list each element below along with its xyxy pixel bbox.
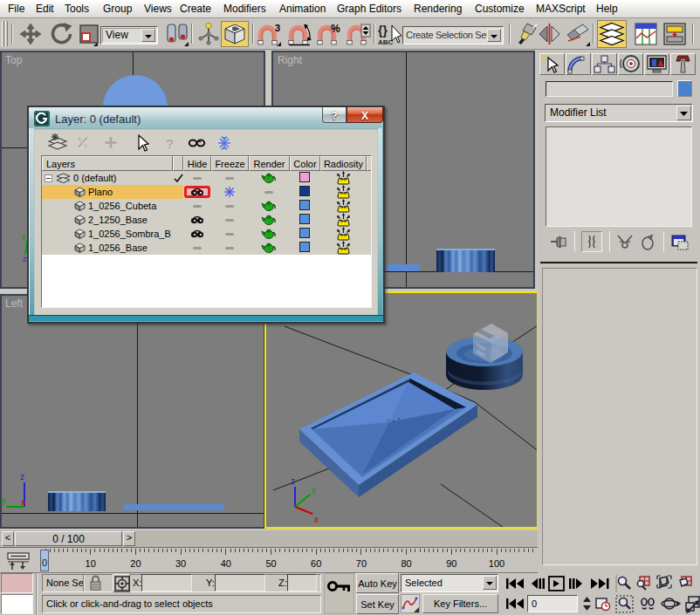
svg-text:90: 90	[446, 558, 456, 569]
svg-text:?: ?	[166, 136, 174, 151]
svg-text:%: %	[331, 23, 340, 35]
svg-text:50: 50	[265, 558, 276, 569]
svg-text:60: 60	[311, 558, 321, 569]
svg-text:3: 3	[275, 23, 280, 33]
svg-text:y: y	[2, 495, 6, 505]
svg-text:x: x	[314, 515, 319, 524]
svg-text:z: z	[20, 472, 24, 482]
svg-text:x: x	[21, 497, 25, 507]
svg-text:z: z	[291, 476, 295, 486]
svg-text:100: 100	[489, 558, 504, 569]
svg-text:30: 30	[175, 558, 186, 569]
svg-text:{}: {}	[378, 24, 388, 38]
svg-text:10: 10	[86, 558, 96, 569]
svg-text:80: 80	[401, 558, 411, 569]
svg-text:ABC: ABC	[378, 38, 394, 46]
svg-text:40: 40	[221, 558, 231, 569]
svg-text:20: 20	[130, 558, 141, 569]
svg-text:70: 70	[356, 558, 367, 569]
svg-text:y: y	[22, 232, 26, 241]
svg-text:y: y	[312, 485, 316, 495]
